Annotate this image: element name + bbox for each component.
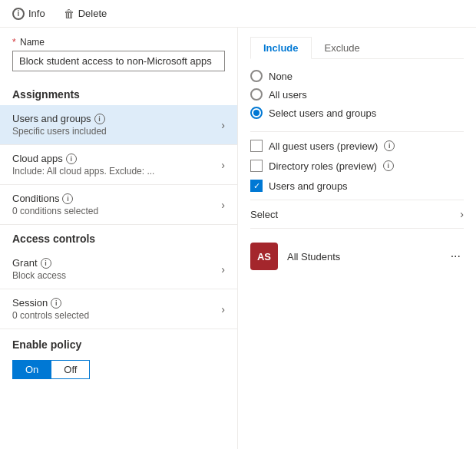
toolbar: i Info 🗑 Delete bbox=[0, 0, 476, 28]
users-groups-title: Users and groups bbox=[12, 113, 91, 124]
checkbox-directory-roles-box bbox=[250, 160, 263, 172]
grant-title: Grant bbox=[12, 257, 38, 269]
checkbox-guest-users[interactable]: All guest users (preview) i bbox=[250, 140, 464, 152]
info-button[interactable]: i Info bbox=[9, 6, 48, 21]
user-name: All Students bbox=[287, 251, 438, 262]
guest-users-info-icon: i bbox=[384, 140, 395, 151]
grant-chevron-icon: › bbox=[221, 263, 225, 276]
user-item-all-students: AS All Students ··· bbox=[250, 236, 464, 276]
session-title: Session bbox=[12, 297, 48, 309]
conditions-chevron-icon: › bbox=[221, 199, 225, 211]
right-panel: Include Exclude None All users Select us… bbox=[238, 28, 476, 449]
grant-subtitle: Block access bbox=[12, 270, 221, 281]
radio-none[interactable]: None bbox=[250, 70, 464, 82]
users-and-groups-nav[interactable]: Users and groups i Specific users includ… bbox=[0, 105, 237, 145]
cloud-apps-subtitle: Include: All cloud apps. Exclude: ... bbox=[12, 166, 221, 177]
checkbox-guest-users-label: All guest users (preview) bbox=[269, 140, 378, 152]
radio-select-users-label: Select users and groups bbox=[269, 107, 376, 119]
users-groups-chevron-icon: › bbox=[221, 119, 225, 131]
session-info-icon: i bbox=[51, 298, 61, 309]
grant-info-icon: i bbox=[41, 258, 51, 269]
enable-policy-section: Enable policy On Off bbox=[0, 329, 237, 388]
checkbox-users-groups[interactable]: Users and groups bbox=[250, 180, 464, 192]
select-label: Select bbox=[250, 209, 278, 220]
cloud-apps-chevron-icon: › bbox=[221, 159, 225, 171]
grant-nav[interactable]: Grant i Block access › bbox=[0, 249, 237, 289]
session-chevron-icon: › bbox=[221, 303, 225, 315]
tab-exclude[interactable]: Exclude bbox=[312, 37, 373, 59]
toggle-off-button[interactable]: Off bbox=[51, 360, 90, 379]
conditions-title: Conditions bbox=[12, 193, 59, 204]
info-icon: i bbox=[12, 8, 25, 20]
users-groups-subtitle: Specific users included bbox=[12, 126, 221, 137]
enable-policy-heading: Enable policy bbox=[12, 338, 225, 355]
required-star: * bbox=[12, 37, 16, 48]
tab-include[interactable]: Include bbox=[250, 37, 312, 59]
radio-none-label: None bbox=[269, 71, 293, 82]
checkbox-guest-users-box bbox=[250, 140, 263, 152]
toggle-on-button[interactable]: On bbox=[12, 360, 51, 379]
name-label: * Name bbox=[12, 37, 225, 48]
directory-roles-info-icon: i bbox=[383, 160, 394, 171]
ellipsis-button[interactable]: ··· bbox=[448, 248, 464, 265]
session-subtitle: 0 controls selected bbox=[12, 310, 221, 321]
policy-name-input[interactable] bbox=[12, 51, 225, 71]
conditions-nav[interactable]: Conditions i 0 conditions selected › bbox=[0, 185, 237, 225]
radio-select-users-groups[interactable]: Select users and groups bbox=[250, 107, 464, 119]
radio-all-users-label: All users bbox=[269, 89, 307, 101]
trash-icon: 🗑 bbox=[64, 8, 74, 20]
left-panel: * Name Assignments Users and groups i Sp… bbox=[0, 28, 238, 449]
users-groups-info-icon: i bbox=[94, 114, 105, 124]
select-row[interactable]: Select › bbox=[250, 200, 464, 229]
conditions-subtitle: 0 conditions selected bbox=[12, 206, 221, 216]
access-controls-heading: Access controls bbox=[0, 225, 237, 249]
radio-select-users-circle bbox=[250, 107, 263, 119]
session-nav[interactable]: Session i 0 controls selected › bbox=[0, 289, 237, 329]
assignments-heading: Assignments bbox=[0, 81, 237, 105]
info-label: Info bbox=[28, 8, 45, 19]
conditions-info-icon: i bbox=[62, 193, 73, 204]
cloud-apps-nav[interactable]: Cloud apps i Include: All cloud apps. Ex… bbox=[0, 145, 237, 185]
checkbox-directory-roles-label: Directory roles (preview) bbox=[269, 160, 377, 172]
delete-label: Delete bbox=[78, 8, 107, 19]
checkbox-users-groups-box bbox=[250, 180, 263, 192]
avatar: AS bbox=[250, 243, 278, 270]
radio-all-users[interactable]: All users bbox=[250, 88, 464, 101]
user-scope-radio-group: None All users Select users and groups bbox=[250, 70, 464, 119]
delete-button[interactable]: 🗑 Delete bbox=[61, 6, 111, 21]
select-chevron-icon: › bbox=[460, 208, 464, 220]
checkbox-group: All guest users (preview) i Directory ro… bbox=[250, 140, 464, 192]
main-layout: * Name Assignments Users and groups i Sp… bbox=[0, 28, 476, 449]
cloud-apps-info-icon: i bbox=[66, 154, 77, 164]
toggle-group: On Off bbox=[12, 360, 225, 379]
radio-all-users-circle bbox=[250, 88, 263, 101]
checkbox-users-groups-label: Users and groups bbox=[269, 180, 348, 192]
divider-1 bbox=[250, 131, 464, 132]
cloud-apps-title: Cloud apps bbox=[12, 153, 63, 164]
radio-none-circle bbox=[250, 70, 263, 82]
checkbox-directory-roles[interactable]: Directory roles (preview) i bbox=[250, 160, 464, 172]
tab-bar: Include Exclude bbox=[250, 37, 464, 59]
name-section: * Name bbox=[0, 37, 237, 81]
